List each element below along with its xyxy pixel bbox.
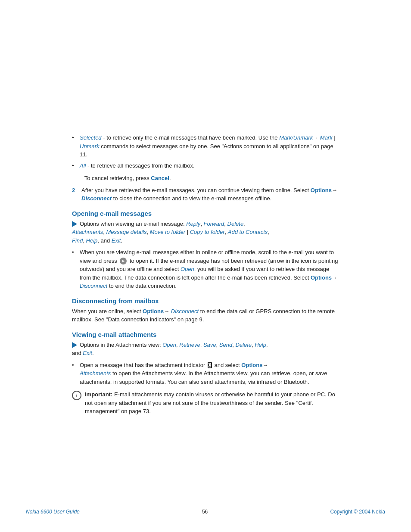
disconnect-link-1: Disconnect	[81, 195, 112, 202]
move-to-folder-link: Move to folder	[150, 229, 185, 235]
bullet-selected-end: commands to select messages one by one. …	[80, 143, 333, 158]
selected-link: Selected	[80, 134, 102, 141]
options-arrow-2: →	[332, 274, 337, 281]
mark-unmark-link: Mark/Unmark	[279, 134, 313, 141]
footer-left: Nokia 6600 User Guide	[26, 509, 80, 515]
footer-right: Copyright © 2004 Nokia	[330, 509, 385, 515]
copy-to-folder-link: Copy to folder	[190, 229, 225, 235]
section-heading-attachments: Viewing e-mail attachments	[72, 331, 339, 338]
opening-triangle-para: Options when viewing an e-mail message: …	[72, 220, 339, 245]
disconnecting-para: When you are online, select Options→ Dis…	[72, 307, 339, 324]
opening-bullet-item: When you are viewing e-mail messages eit…	[72, 248, 339, 290]
step-2-row: 2 After you have retrieved the e-mail me…	[72, 186, 339, 203]
attachments-triangle-para: Options in the Attachments view: Open, R…	[72, 341, 339, 358]
step-number: 2	[72, 186, 81, 203]
section-heading-disconnecting: Disconnecting from mailbox	[72, 297, 339, 305]
options-link-4: Options	[241, 362, 262, 368]
step-text: After you have retrieved the e-mail mess…	[81, 186, 339, 203]
bullet-all-text: - to retrieve all messages from the mail…	[86, 162, 194, 169]
open-link: Open	[181, 266, 194, 272]
find-link: Find	[72, 237, 83, 244]
disconnect-link-2: Disconnect	[80, 283, 107, 289]
content-area: Selected - to retrieve only the e-mail m…	[72, 17, 339, 416]
message-details-link: Message details	[106, 229, 147, 235]
footer-center: 56	[202, 509, 208, 515]
attachment-icon	[208, 362, 212, 368]
triangle-icon-1	[72, 221, 77, 227]
attachments-link: Attachments	[72, 229, 103, 235]
delete-link-2: Delete	[235, 342, 252, 348]
attachments-bullet-item: Open a message that has the attachment i…	[72, 361, 339, 386]
footer: Nokia 6600 User Guide 56 Copyright © 200…	[0, 509, 411, 515]
bullet-list: Selected - to retrieve only the e-mail m…	[72, 134, 339, 170]
triangle-icon-2	[72, 342, 77, 348]
bullet-selected: Selected - to retrieve only the e-mail m…	[72, 134, 339, 159]
help-link-2: Help	[255, 342, 266, 348]
options-link-2: Options	[311, 274, 332, 281]
bullet-all: All - to retrieve all messages from the …	[72, 162, 339, 170]
attachments-bullet-list: Open a message that has the attachment i…	[72, 361, 339, 386]
important-row: i Important: E-mail attachments may cont…	[72, 390, 339, 416]
forward-link: Forward	[204, 221, 224, 227]
options-link-3: Options	[143, 308, 164, 314]
options-link-1: Options	[311, 187, 332, 193]
sep-text: |	[333, 134, 336, 141]
important-icon: i	[72, 391, 81, 400]
cancel-note: To cancel retrieving, press Cancel.	[72, 174, 339, 183]
send-link: Send	[219, 342, 232, 348]
mark-link: Mark	[318, 134, 333, 141]
section-heading-opening: Opening e-mail messages	[72, 210, 339, 217]
open-link-2: Open	[162, 342, 176, 348]
reply-link: Reply	[186, 221, 200, 227]
opening-bullet-list: When you are viewing e-mail messages eit…	[72, 248, 339, 290]
retrieve-link: Retrieve	[179, 342, 200, 348]
page: Selected - to retrieve only the e-mail m…	[0, 0, 411, 532]
disconnect-link-3: Disconnect	[171, 308, 199, 314]
options-arrow-1: →	[332, 187, 337, 193]
all-link: All	[80, 162, 86, 169]
exit-link-1: Exit	[112, 237, 121, 244]
attachments-link-2: Attachments	[80, 370, 111, 376]
unmark-link: Unmark	[80, 143, 100, 149]
exit-link-2: Exit	[83, 350, 92, 356]
save-link: Save	[203, 342, 216, 348]
joystick-icon	[120, 258, 127, 264]
important-text: Important: E-mail attachments may contai…	[85, 390, 339, 416]
bullet-selected-text: - to retrieve only the e-mail messages t…	[102, 134, 280, 141]
add-to-contacts-link: Add to Contacts	[228, 229, 268, 235]
arrow-text: →	[313, 134, 318, 141]
cancel-bold: Cancel	[151, 175, 169, 181]
help-link-1: Help	[86, 237, 98, 244]
important-label: Important:	[85, 391, 112, 398]
delete-link: Delete	[227, 221, 244, 227]
